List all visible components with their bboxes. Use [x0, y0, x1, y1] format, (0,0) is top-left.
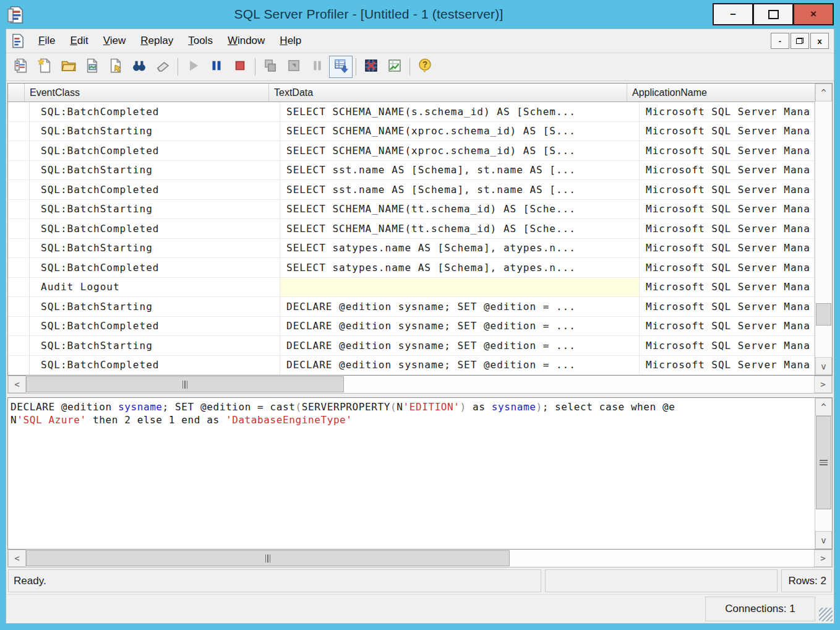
- stop-trace-button[interactable]: [228, 56, 252, 78]
- trace-properties-button[interactable]: [104, 56, 127, 78]
- cell: Microsoft SQL Server Mana: [640, 219, 815, 239]
- scroll-up-icon[interactable]: ^: [815, 398, 832, 416]
- sql-vertical-scrollbar[interactable]: ^ v: [815, 398, 832, 549]
- cell: [8, 297, 30, 317]
- table-row[interactable]: SQL:BatchCompletedSELECT SCHEMA_NAME(xpr…: [8, 141, 815, 161]
- menu-items: FileEditViewReplayToolsWindowHelp: [31, 32, 771, 50]
- column-header-textdata[interactable]: TextData: [269, 84, 627, 101]
- close-button[interactable]: ×: [794, 3, 834, 25]
- scroll-up-icon[interactable]: ^: [815, 84, 832, 101]
- column-header-eventclass[interactable]: EventClass: [25, 84, 269, 101]
- table-row[interactable]: SQL:BatchStartingSELECT satypes.name AS …: [8, 239, 815, 259]
- autoscroll-icon: [333, 58, 349, 76]
- grid-hscroll-thumb[interactable]: [26, 376, 344, 392]
- cell: Microsoft SQL Server Mana: [640, 180, 815, 200]
- open-trace-table-button[interactable]: [80, 56, 104, 78]
- table-row[interactable]: SQL:BatchCompletedSELECT SCHEMA_NAME(tt.…: [8, 219, 815, 239]
- menu-tools[interactable]: Tools: [181, 32, 220, 50]
- sql-hscroll-thumb[interactable]: [26, 550, 510, 566]
- cell: [8, 102, 30, 122]
- start-replay-button[interactable]: [181, 56, 205, 78]
- autoscroll-button[interactable]: [329, 56, 353, 78]
- cell: SQL:BatchCompleted: [30, 102, 280, 122]
- cell: SELECT satypes.name AS [Schema], atypes.…: [280, 258, 640, 278]
- table-row[interactable]: SQL:BatchCompletedDECLARE @edition sysna…: [8, 317, 815, 337]
- menu-view[interactable]: View: [96, 32, 134, 50]
- maximize-icon: [768, 10, 779, 19]
- scroll-grip-icon: [265, 554, 271, 563]
- sql-hscroll-track[interactable]: [26, 550, 814, 567]
- cell: Microsoft SQL Server Mana: [640, 122, 815, 142]
- resize-grip[interactable]: [819, 608, 833, 621]
- table-row[interactable]: SQL:BatchCompletedSELECT satypes.name AS…: [8, 258, 815, 278]
- cell: Microsoft SQL Server Mana: [640, 336, 815, 356]
- sql-horizontal-scrollbar[interactable]: < >: [7, 550, 833, 567]
- scroll-down-icon[interactable]: v: [815, 357, 832, 375]
- menu-file[interactable]: File: [31, 32, 62, 50]
- child-close-button[interactable]: x: [810, 33, 829, 49]
- scroll-right-icon[interactable]: >: [814, 550, 832, 567]
- scroll-left-icon[interactable]: <: [8, 376, 26, 393]
- toggle-breakpoint-button[interactable]: [306, 56, 329, 78]
- table-row[interactable]: SQL:BatchStartingSELECT sst.name AS [Sch…: [8, 161, 815, 181]
- table-row[interactable]: SQL:BatchCompletedSELECT sst.name AS [Sc…: [8, 180, 815, 200]
- grid-hscroll-track[interactable]: [26, 376, 814, 393]
- trace-window: EventClassTextDataApplicationName SQL:Ba…: [6, 81, 834, 594]
- cell: Microsoft SQL Server Mana: [640, 102, 815, 122]
- maximize-button[interactable]: [753, 3, 794, 25]
- help-button[interactable]: ?: [413, 56, 437, 78]
- grid-chart-icon: [387, 58, 403, 76]
- scroll-left-icon[interactable]: <: [8, 550, 26, 567]
- scroll-down-icon[interactable]: v: [815, 531, 832, 549]
- status-ready: Ready.: [8, 569, 541, 592]
- sql-detail-pane[interactable]: DECLARE @edition sysname; SET @edition =…: [7, 397, 833, 550]
- table-row[interactable]: SQL:BatchCompletedSELECT SCHEMA_NAME(s.s…: [8, 102, 815, 122]
- table-row[interactable]: SQL:BatchStartingSELECT SCHEMA_NAME(xpro…: [8, 122, 815, 142]
- sql-vscroll-thumb[interactable]: [816, 416, 831, 509]
- play-icon: [185, 58, 201, 76]
- table-row[interactable]: SQL:BatchStartingSELECT SCHEMA_NAME(tt.s…: [8, 200, 815, 220]
- row-selector-header[interactable]: [8, 84, 25, 101]
- open-trace-file-button[interactable]: [57, 56, 80, 78]
- properties-icon: [108, 58, 124, 76]
- grid-vscroll-thumb[interactable]: [816, 303, 831, 326]
- menubar: FileEditViewReplayToolsWindowHelp -x: [6, 29, 834, 53]
- run-to-cursor-button[interactable]: [282, 56, 306, 78]
- cell: [280, 278, 640, 298]
- cell: [8, 356, 30, 376]
- new-trace-button[interactable]: [10, 56, 33, 78]
- scroll-right-icon[interactable]: >: [814, 376, 832, 393]
- clear-trace-window-button[interactable]: [151, 56, 174, 78]
- pause-trace-button[interactable]: [205, 56, 228, 78]
- cell: SQL:BatchCompleted: [30, 141, 280, 161]
- menu-edit[interactable]: Edit: [62, 32, 95, 50]
- cell: SQL:BatchCompleted: [30, 317, 280, 337]
- child-minimize-button[interactable]: -: [771, 33, 789, 49]
- column-header-applicationname[interactable]: ApplicationName: [627, 84, 815, 101]
- menu-window[interactable]: Window: [220, 32, 272, 50]
- execute-one-step-button[interactable]: [259, 56, 282, 78]
- menu-replay[interactable]: Replay: [133, 32, 181, 50]
- new-document-button[interactable]: [33, 56, 57, 78]
- grid-vscroll-track[interactable]: [815, 101, 832, 357]
- organize-columns-button[interactable]: [383, 56, 406, 78]
- table-row[interactable]: Audit LogoutMicrosoft SQL Server Mana: [8, 278, 815, 298]
- cell: SELECT SCHEMA_NAME(tt.schema_id) AS [Sch…: [280, 200, 640, 220]
- child-restore-button[interactable]: [791, 33, 809, 49]
- extract-event-data-button[interactable]: [359, 56, 383, 78]
- sql-vscroll-track[interactable]: [815, 416, 832, 531]
- table-row[interactable]: SQL:BatchCompletedDECLARE @edition sysna…: [8, 356, 815, 376]
- cell: SELECT SCHEMA_NAME(tt.schema_id) AS [Sch…: [280, 219, 640, 239]
- mdi-window-controls: -x: [771, 33, 829, 49]
- table-row[interactable]: SQL:BatchStartingDECLARE @edition sysnam…: [8, 297, 815, 317]
- minimize-button[interactable]: –: [713, 3, 753, 25]
- table-row[interactable]: SQL:BatchStartingDECLARE @edition sysnam…: [8, 336, 815, 356]
- grid-horizontal-scrollbar[interactable]: < >: [7, 376, 833, 394]
- toolbar-separator: [409, 58, 410, 76]
- toolbar-separator: [356, 58, 356, 76]
- grid-vertical-scrollbar[interactable]: ^ v: [815, 84, 832, 375]
- find-button[interactable]: [127, 56, 151, 78]
- pause-icon: [208, 58, 225, 76]
- cell: SQL:BatchCompleted: [30, 356, 280, 376]
- menu-help[interactable]: Help: [272, 32, 309, 50]
